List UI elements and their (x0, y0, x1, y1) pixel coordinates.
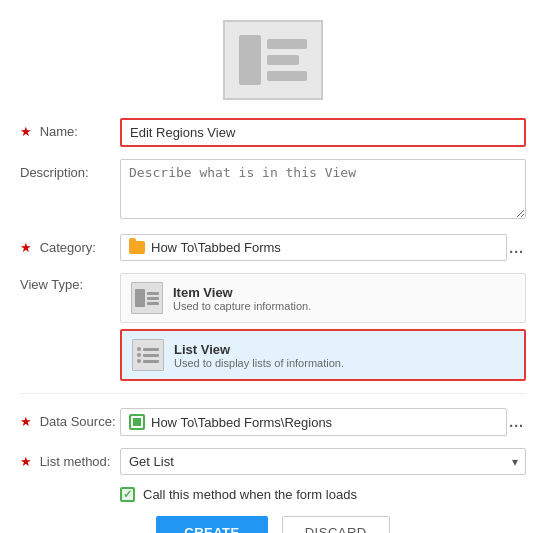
action-row: CREATE DISCARD (20, 516, 526, 533)
name-row: ★ Name: (20, 118, 526, 147)
icon-line-2 (267, 55, 299, 65)
item-view-text: Item View Used to capture information. (173, 285, 311, 312)
checkbox-label: Call this method when the form loads (143, 487, 357, 502)
data-source-label: ★ Data Source: (20, 408, 120, 429)
lv-line-1 (137, 347, 159, 351)
item-view-option[interactable]: Item View Used to capture information. (120, 273, 526, 323)
form-area: ★ Name: Description: ★ Category: (0, 118, 546, 533)
iv-lines (147, 289, 159, 307)
lv-dot-3 (137, 359, 141, 363)
description-row: Description: (20, 159, 526, 222)
name-input[interactable] (120, 118, 526, 147)
icon-lines-col (267, 39, 307, 81)
icon-sidebar-col (239, 35, 261, 85)
category-dots-button[interactable]: ... (507, 240, 526, 256)
item-view-title: Item View (173, 285, 311, 300)
list-method-label-text: List method: (40, 454, 111, 469)
data-source-row-inner: How To\Tabbed Forms\Regions ... (120, 408, 526, 436)
lv-dot-1 (137, 347, 141, 351)
data-source-value-text: How To\Tabbed Forms\Regions (151, 415, 332, 430)
data-source-input-area: How To\Tabbed Forms\Regions ... (120, 408, 526, 436)
data-source-dots-button[interactable]: ... (507, 414, 526, 430)
lv-bar-2 (143, 354, 159, 357)
list-method-label: ★ List method: (20, 448, 120, 469)
list-view-title: List View (174, 342, 344, 357)
list-method-row: ★ List method: Get List Get Item Custom … (20, 448, 526, 475)
category-input[interactable]: How To\Tabbed Forms (120, 234, 507, 261)
iv-line-2 (147, 297, 159, 300)
view-type-icon (223, 20, 323, 100)
category-row: ★ Category: How To\Tabbed Forms ... (20, 234, 526, 261)
list-view-text: List View Used to display lists of infor… (174, 342, 344, 369)
name-required-star: ★ (20, 124, 32, 139)
create-button[interactable]: CREATE (156, 516, 267, 533)
view-type-options: Item View Used to capture information. (120, 273, 526, 381)
list-view-icon-inner (137, 347, 159, 363)
description-input-area (120, 159, 526, 222)
iv-line-1 (147, 292, 159, 295)
name-input-area (120, 118, 526, 147)
list-method-required-star: ★ (20, 454, 32, 469)
list-view-option[interactable]: List View Used to display lists of infor… (120, 329, 526, 381)
view-type-row: View Type: (20, 273, 526, 381)
datasource-icon (129, 414, 145, 430)
icon-line-3 (267, 71, 307, 81)
checkbox-row: ✓ Call this method when the form loads (120, 487, 526, 502)
list-method-input-area: Get List Get Item Custom ▾ (120, 448, 526, 475)
name-label: ★ Name: (20, 118, 120, 139)
data-source-row: ★ Data Source: How To\Tabbed Forms\Regio… (20, 408, 526, 436)
iv-line-3 (147, 302, 159, 305)
data-source-required-star: ★ (20, 414, 32, 429)
list-view-icon (132, 339, 164, 371)
list-method-select[interactable]: Get List Get Item Custom (120, 448, 526, 475)
checkmark-icon: ✓ (123, 489, 132, 500)
category-label: ★ Category: (20, 234, 120, 255)
item-view-desc: Used to capture information. (173, 300, 311, 312)
list-method-select-wrapper: Get List Get Item Custom ▾ (120, 448, 526, 475)
name-label-text: Name: (40, 124, 78, 139)
lv-bar-1 (143, 348, 159, 351)
lv-bar-3 (143, 360, 159, 363)
category-value-text: How To\Tabbed Forms (151, 240, 281, 255)
lv-dot-2 (137, 353, 141, 357)
icon-line-1 (267, 39, 307, 49)
data-source-label-text: Data Source: (40, 414, 116, 429)
category-required-star: ★ (20, 240, 32, 255)
item-view-icon-inner (135, 289, 159, 307)
description-input[interactable] (120, 159, 526, 219)
category-row-inner: How To\Tabbed Forms ... (120, 234, 526, 261)
description-label-text: Description: (20, 165, 89, 180)
call-method-checkbox[interactable]: ✓ (120, 487, 135, 502)
header-icon-area (0, 0, 546, 118)
list-view-desc: Used to display lists of information. (174, 357, 344, 369)
divider (20, 393, 526, 394)
data-source-input[interactable]: How To\Tabbed Forms\Regions (120, 408, 507, 436)
discard-button[interactable]: DISCARD (282, 516, 390, 533)
main-container: ★ Name: Description: ★ Category: (0, 0, 546, 533)
description-label: Description: (20, 159, 120, 180)
item-view-icon (131, 282, 163, 314)
iv-box (135, 289, 145, 307)
view-icon-inner (239, 35, 307, 85)
lv-line-3 (137, 359, 159, 363)
view-type-label: View Type: (20, 273, 120, 292)
category-label-text: Category: (40, 240, 96, 255)
category-input-area: How To\Tabbed Forms ... (120, 234, 526, 261)
folder-icon (129, 241, 145, 254)
lv-line-2 (137, 353, 159, 357)
